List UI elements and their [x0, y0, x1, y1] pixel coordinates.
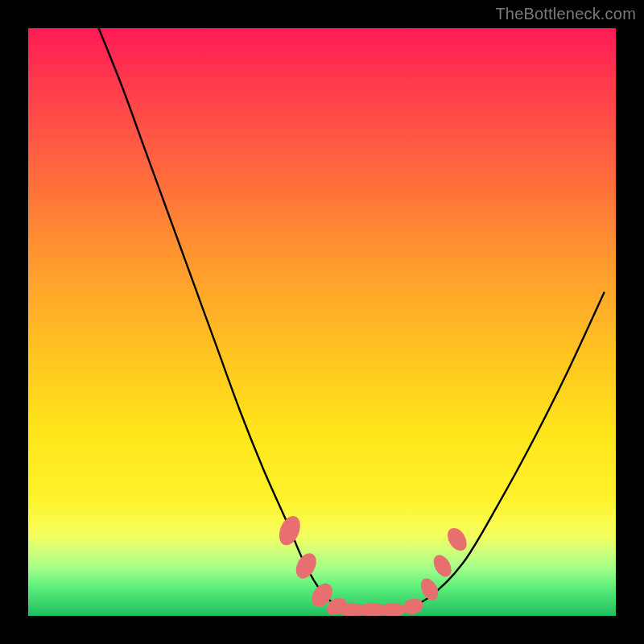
curve-marker	[430, 552, 455, 580]
curve-marker	[402, 597, 425, 616]
curve-marker	[275, 513, 304, 548]
chart-frame: TheBottleneck.com	[0, 0, 644, 644]
curve-marker	[380, 603, 406, 616]
plot-area	[28, 28, 616, 616]
curve-layer	[28, 28, 616, 616]
curve-marker	[444, 525, 471, 555]
curve-marker	[292, 550, 320, 582]
marker-layer	[275, 513, 471, 616]
watermark-text: TheBottleneck.com	[495, 5, 636, 23]
series-curve	[99, 28, 605, 611]
